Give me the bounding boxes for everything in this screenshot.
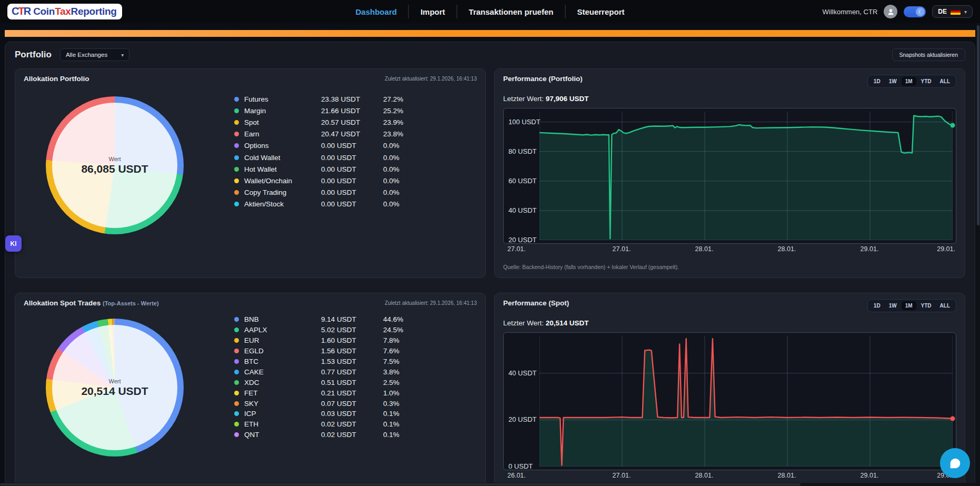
legend-percent: 3.8% bbox=[383, 368, 416, 376]
legend-percent: 0.3% bbox=[383, 400, 416, 408]
dark-mode-toggle[interactable]: ☾ bbox=[904, 6, 926, 17]
user-avatar[interactable] bbox=[884, 5, 897, 18]
x-axis-labels: 27.01.27.01.28.01.28.01.29.01.29.01. bbox=[503, 245, 956, 255]
legend-row: Earn 20.47 USDT 23.8% bbox=[234, 128, 416, 140]
range-selector: 1D1W1MYTDALL bbox=[867, 299, 956, 312]
x-axis-label: 29.01. bbox=[861, 472, 879, 479]
legend-color-dot bbox=[234, 167, 239, 172]
portfolio-donut-chart[interactable]: Wert86,085 USDT bbox=[46, 96, 184, 234]
exchange-filter-value: Alle Exchanges bbox=[66, 52, 107, 58]
legend-row: EGLD 1.56 USDT 7.6% bbox=[234, 346, 416, 356]
language-selector[interactable]: DE ▾ bbox=[932, 5, 973, 18]
legend-row: Margin 21.66 USDT 25.2% bbox=[234, 105, 416, 116]
portfolio-line-chart[interactable]: 100 USDT80 USDT60 USDT40 USDT20 USDT bbox=[503, 108, 956, 244]
portfolio-panel: Portfolio Alle Exchanges ▾ Snapshots akt… bbox=[5, 42, 975, 486]
range-button-ytd[interactable]: YTD bbox=[917, 301, 935, 310]
nav-import[interactable]: Import bbox=[409, 7, 457, 16]
card-title: Performance (Spot) bbox=[503, 299, 569, 307]
range-button-1d[interactable]: 1D bbox=[870, 77, 884, 86]
legend-label: ETH bbox=[244, 420, 321, 428]
range-button-ytd[interactable]: YTD bbox=[917, 77, 935, 86]
exchange-filter-select[interactable]: Alle Exchanges ▾ bbox=[60, 48, 129, 61]
legend-percent: 23.9% bbox=[383, 118, 416, 126]
legend-value: 1.56 USDT bbox=[321, 347, 383, 355]
legend-row: Hot Wallet 0.00 USDT 0.0% bbox=[234, 163, 416, 175]
legend-row: Cold Wallet 0.00 USDT 0.0% bbox=[234, 152, 416, 163]
legend-value: 0.00 USDT bbox=[321, 189, 383, 196]
spot-donut-chart[interactable]: Wert20,514 USDT bbox=[46, 319, 184, 457]
card-title: Performance (Portfolio) bbox=[503, 75, 583, 83]
legend-percent: 0.1% bbox=[383, 420, 416, 428]
range-button-1d[interactable]: 1D bbox=[870, 301, 884, 310]
snapshots-refresh-button[interactable]: Snapshots aktualisieren bbox=[892, 48, 966, 61]
legend-percent: 44.6% bbox=[383, 315, 416, 323]
legend-label: Wallet/Onchain bbox=[244, 177, 321, 185]
legend-value: 0.00 USDT bbox=[321, 165, 383, 173]
chart-source-footnote: Quelle: Backend-History (falls vorhanden… bbox=[503, 264, 956, 270]
x-axis-label: 28.01. bbox=[778, 245, 796, 253]
legend-row: AAPLX 5.02 USDT 24.5% bbox=[234, 325, 416, 335]
spot-line-chart[interactable]: 40 USDT20 USDT0 USDT bbox=[503, 332, 956, 470]
legend-label: ICP bbox=[244, 410, 321, 418]
range-button-1m[interactable]: 1M bbox=[902, 301, 916, 310]
legend-value: 1.60 USDT bbox=[321, 336, 383, 344]
legend-color-dot bbox=[234, 155, 239, 160]
legend-percent: 0.1% bbox=[383, 431, 416, 439]
legend-color-dot bbox=[234, 178, 239, 183]
legend-label: Cold Wallet bbox=[244, 154, 321, 162]
range-button-1w[interactable]: 1W bbox=[885, 77, 901, 86]
legend-value: 20.57 USDT bbox=[321, 118, 383, 126]
range-button-all[interactable]: ALL bbox=[936, 301, 954, 310]
range-button-all[interactable]: ALL bbox=[936, 77, 954, 86]
legend-row: Copy Trading 0.00 USDT 0.0% bbox=[234, 187, 416, 199]
range-button-1w[interactable]: 1W bbox=[885, 301, 901, 310]
nav-steuerreport[interactable]: Steuerreport bbox=[565, 7, 636, 16]
legend-row: CAKE 0.77 USDT 3.8% bbox=[234, 366, 416, 377]
donut-center-value: 86,085 USDT bbox=[81, 163, 148, 175]
legend-value: 23.38 USDT bbox=[321, 95, 383, 103]
legend-row: Wallet/Onchain 0.00 USDT 0.0% bbox=[234, 175, 416, 186]
legend-percent: 0.0% bbox=[383, 189, 416, 196]
legend-label: Aktien/Stock bbox=[244, 200, 321, 208]
last-value-line: Letzter Wert: 97,906 USDT bbox=[503, 95, 956, 103]
ki-assistant-button[interactable]: KI bbox=[5, 235, 22, 252]
legend-label: BNB bbox=[244, 315, 321, 323]
spot-donut-legend: BNB 9.14 USDT 44.6% AAPLX 5.02 USDT 24.5… bbox=[234, 314, 416, 457]
nav-dashboard[interactable]: Dashboard bbox=[344, 7, 408, 16]
legend-color-dot bbox=[234, 422, 239, 427]
donut-center-label: Wert bbox=[108, 378, 121, 384]
app-logo[interactable]: CTR CoinTaxReporting bbox=[7, 4, 122, 19]
nav-transaktionen-pruefen[interactable]: Transaktionen pruefen bbox=[457, 7, 565, 16]
legend-label: QNT bbox=[244, 431, 321, 439]
legend-percent: 0.0% bbox=[383, 142, 416, 150]
accent-banner bbox=[5, 30, 975, 37]
legend-value: 5.02 USDT bbox=[321, 326, 383, 334]
legend-percent: 0.0% bbox=[383, 154, 416, 162]
card-title: Allokation Spot Trades (Top-Assets - Wer… bbox=[24, 299, 159, 307]
legend-value: 0.77 USDT bbox=[321, 368, 383, 376]
series-end-dot bbox=[951, 123, 955, 128]
chat-launcher-button[interactable] bbox=[940, 448, 970, 478]
legend-row: XDC 0.51 USDT 2.5% bbox=[234, 377, 416, 388]
range-button-1m[interactable]: 1M bbox=[902, 77, 916, 86]
y-axis-label: 40 USDT bbox=[508, 206, 536, 214]
legend-row: FET 0.21 USDT 1.0% bbox=[234, 388, 416, 398]
legend-percent: 0.0% bbox=[383, 200, 416, 208]
range-selector: 1D1W1MYTDALL bbox=[867, 75, 956, 88]
legend-label: Options bbox=[244, 142, 321, 150]
legend-label: EUR bbox=[244, 336, 321, 344]
horizontal-scrollbar[interactable] bbox=[0, 483, 976, 486]
legend-value: 0.21 USDT bbox=[321, 389, 383, 397]
series-end-dot bbox=[951, 416, 955, 421]
language-code: DE bbox=[938, 8, 947, 15]
card-performance-portfolio: Performance (Portfolio) 1D1W1MYTDALL Let… bbox=[494, 68, 965, 278]
chevron-down-icon: ▾ bbox=[121, 52, 124, 58]
legend-label: Spot bbox=[244, 118, 321, 126]
card-allocation-spot: Allokation Spot Trades (Top-Assets - Wer… bbox=[15, 293, 486, 486]
legend-label: Margin bbox=[244, 107, 321, 115]
vertical-scrollbar[interactable] bbox=[976, 23, 980, 486]
legend-row: Aktien/Stock 0.00 USDT 0.0% bbox=[234, 199, 416, 210]
card-allocation-portfolio: Allokation Portfolio Zuletzt aktualisier… bbox=[15, 68, 486, 278]
legend-value: 0.00 USDT bbox=[321, 177, 383, 185]
legend-value: 0.00 USDT bbox=[321, 200, 383, 208]
